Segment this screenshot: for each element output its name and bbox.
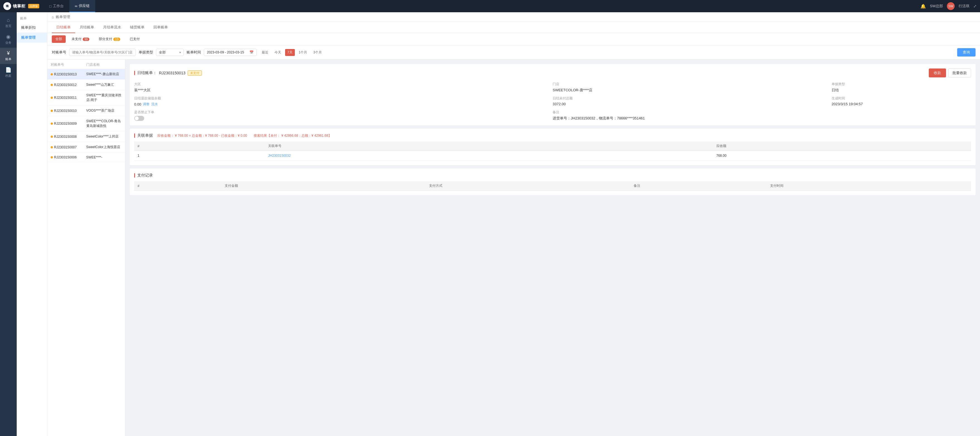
sidebar-item-management[interactable]: 账单管理 [17,33,47,43]
flow-link[interactable]: 流水 [151,102,158,107]
list-col1: 对账单号 [51,62,86,67]
recent-btn[interactable]: 最近 [259,49,270,56]
detail-main-card: 日结账单： RJ2303150013 未支付 收款 批量收款 大区 [130,64,975,125]
sidebar-item-archive[interactable]: 📄 档案 [0,64,17,81]
main-layout: ⌂ 首页 ◉ 业务 ¥ 账单 📄 档案 账单 账单折扣 账单管理 ⌂ 账单管理 … [0,12,980,436]
nav-tab-supply[interactable]: ∞ 供应链 [69,0,95,12]
list-item[interactable]: RJ2303150012 Sweet****山万象汇 [47,80,125,90]
created-time-label: 生成时间 [832,96,971,101]
business-icon: ◉ [6,34,11,40]
disable-order-toggle[interactable] [134,116,144,121]
related-order-link[interactable]: JH2303150032 [268,154,291,158]
info-spacer7 [274,110,413,121]
sidebar-item-home[interactable]: ⌂ 首页 [0,14,17,31]
payment-col-method: 支付方式 [426,181,630,191]
adjust-link[interactable]: 调整 [143,102,150,107]
store-name-cell: Sweet****山万象汇 [86,83,122,87]
today-btn[interactable]: 今天 [272,49,283,56]
query-button[interactable]: 查询 [957,48,975,57]
order-no-text: RJ2303150008 [54,135,76,138]
tab-daily[interactable]: 日结账单 [52,22,75,33]
store-name-cell: SWEE****-唐山新街店 [86,72,122,76]
bill-time-label: 账单时间 [186,50,201,55]
collect-button[interactable]: 收款 [929,68,946,77]
info-spacer6 [692,96,832,107]
title-bar-decoration3 [134,173,135,178]
title-bar-decoration [134,71,135,75]
status-partial-btn[interactable]: 部分支付 13 [95,35,124,43]
list-item[interactable]: RJ2303150011 SWEE****重庆涪陵泽胜店-周子 [47,90,125,105]
unpaid-total-value: 3372.00 [553,102,692,106]
col-num: # [134,142,265,151]
info-daily-balance: 日结退款储值余额 0.00 调整 流水 [134,96,274,107]
list-header: 对账单号 门店名称 [47,60,125,69]
info-remark: 备注 进货单号：JH2303150032，物流单号：78666****35146… [553,110,971,121]
list-item[interactable]: RJ2303150010 VOOS****茶广场店 [47,105,125,116]
notification-icon[interactable]: 🔔 [920,4,926,9]
sidebar-label-business: 业务 [5,41,11,45]
col-amount: 应收额 [713,142,971,151]
store-label: 门店 [553,82,692,87]
store-name-cell: SWEE****- [86,155,122,159]
tab-monthly[interactable]: 月结账单 [75,22,99,33]
order-no-input[interactable] [69,49,136,56]
logo-text: 镜掌柜 [13,4,25,9]
info-spacer4 [274,96,413,107]
payment-col-amount: 支付金额 [221,181,426,191]
sidebar-item-discount[interactable]: 账单折扣 [17,22,47,33]
sidebar-item-business[interactable]: ◉ 业务 [0,31,17,48]
nav-tab-workbench[interactable]: □ 工作台 [44,0,69,12]
doc-type-select[interactable]: 全部 日结 月结 [156,49,184,56]
supply-label: 供应链 [79,3,90,8]
three-month-btn[interactable]: 3个月 [311,49,324,56]
status-paid-btn[interactable]: 已支付 [126,35,143,43]
info-spacer8 [413,110,553,121]
payment-col-remark: 备注 [630,181,767,191]
status-all-label: 全部 [56,37,62,41]
status-dot [51,156,53,158]
sidebar-label-bill: 账单 [5,57,11,61]
tab-monthly-flow[interactable]: 月结单流水 [99,22,126,33]
status-dot [51,73,53,75]
supply-icon: ∞ [75,4,77,8]
payment-title: 支付记录 [134,173,971,178]
region-label: 大区 [134,82,274,87]
row-num: 1 [134,151,265,161]
info-spacer1 [274,82,413,93]
order-no-cell: RJ2303150011 [51,96,86,100]
info-spacer2 [413,82,553,93]
list-item[interactable]: RJ2303150007 SweetColor上海悦荟店 [47,142,125,153]
info-spacer3 [692,82,832,93]
doc-type-select-wrapper: 全部 日结 月结 ▼ [156,49,184,56]
month-btn[interactable]: 1个月 [296,49,310,56]
tab-delivery[interactable]: 铺货账单 [126,22,149,33]
info-disable-order: 是否禁止下单 [134,110,274,121]
date-range-input[interactable]: 2023-03-09 - 2023-03-15 📅 [204,49,257,56]
related-title-text: 关联单据 [137,133,153,138]
list-item[interactable]: RJ2303150009 SWEE****COLOR-青岛黄岛新城吾悦 [47,116,125,131]
logo: 镜 镜掌柜 品牌版 [3,2,39,10]
list-item[interactable]: RJ2303150006 SWEE****- [47,153,125,162]
info-doc-type: 单据类型 日结 [832,82,971,93]
order-no-cell: RJ2303150013 [51,72,86,76]
status-all-btn[interactable]: 全部 [52,35,66,43]
tab-return[interactable]: 回单账单 [149,22,172,33]
home-breadcrumb-icon: ⌂ [52,15,54,19]
top-nav-right: 🔔 SW总部 SW 行活琪 ⤢ [920,2,977,10]
batch-collect-button[interactable]: 批量收款 [948,68,971,77]
status-unpaid-btn[interactable]: 未支付 99 [68,35,93,43]
list-item[interactable]: RJ2303150013 SWEE****-唐山新街店 [47,69,125,80]
order-no-text: RJ2303150011 [54,96,76,100]
expand-icon[interactable]: ⤢ [973,4,977,8]
order-no-text: RJ2303150013 [54,72,76,76]
daily-balance-label: 日结退款储值余额 [134,96,274,101]
store-name-cell: SWEE****重庆涪陵泽胜店-周子 [86,93,122,102]
sidebar-item-bill[interactable]: ¥ 账单 [0,48,17,64]
list-item[interactable]: RJ2303150008 SweetColor****上邦店 [47,131,125,142]
table-row: 1 JH2303150032 768.00 [134,151,971,161]
sidebar-label-archive: 档案 [5,74,11,78]
detail-panel: 日结账单： RJ2303150013 未支付 收款 批量收款 大区 [125,60,980,436]
brand-badge: 品牌版 [28,4,39,8]
week-btn[interactable]: 7天 [285,49,295,56]
store-name-cell: VOOS****茶广场店 [86,108,122,113]
